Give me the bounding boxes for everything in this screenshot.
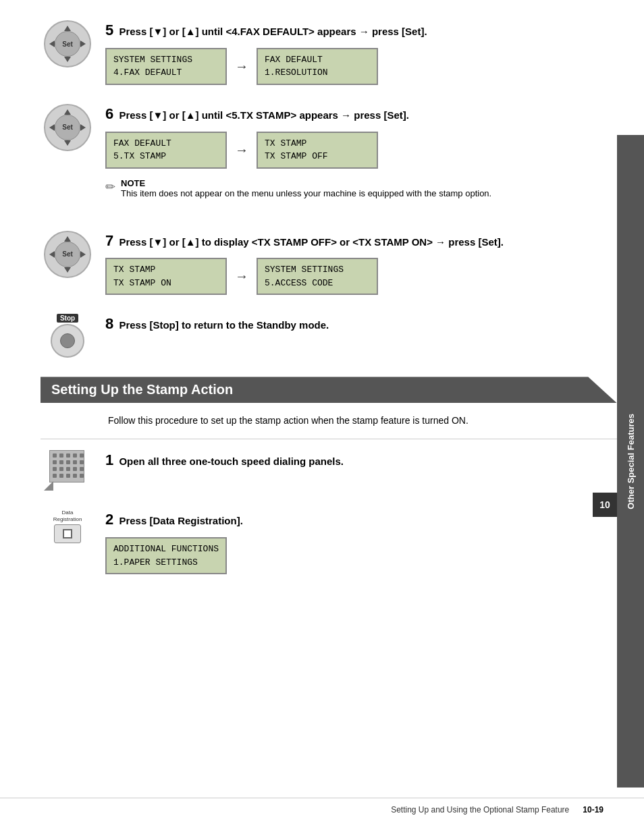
step-6-icon: Set: [41, 104, 95, 151]
panel-dot: [59, 467, 63, 471]
footer-text: Setting Up and Using the Optional Stamp …: [391, 805, 569, 815]
step-8-icon: Stop: [41, 314, 95, 358]
step-7-arrow: →: [235, 269, 248, 284]
panel-dot: [59, 453, 63, 458]
section-step-2-icon: DataRegistration: [41, 509, 95, 543]
section-step-2-content: 2 Press [Data Registration]. ADDITIONAL …: [105, 509, 617, 574]
section-step-2-instruction: Press [Data Registration].: [119, 515, 242, 526]
panel-dot: [59, 460, 63, 464]
step-8-number: 8: [105, 315, 113, 332]
panel-dot: [66, 453, 70, 458]
panel-dot: [80, 453, 84, 458]
stop-button-wrap: Stop: [44, 314, 91, 358]
note-box: ✏ NOTE This item does not appear on the …: [105, 178, 617, 198]
data-reg-square: [63, 529, 72, 539]
step-6-arrow: →: [235, 142, 248, 158]
divider: [41, 439, 617, 439]
sidebar-label: Other Special Features: [626, 414, 636, 509]
set-button-5: Set: [44, 20, 91, 67]
stop-button-circle: [51, 324, 84, 358]
set-label-5: Set: [55, 31, 80, 57]
tab-10: 10: [593, 493, 617, 517]
step-5-lcd-right-l2: 1.RESOLUTION: [265, 66, 370, 80]
step-5-lcd-right: FAX DEFAULT 1.RESOLUTION: [257, 48, 378, 85]
step-7-lcd: TX STAMP TX STAMP ON → SYSTEM SETTINGS 5…: [105, 258, 617, 295]
panel-dot: [73, 467, 77, 471]
sidebar: Other Special Features: [617, 135, 644, 788]
panel-arrow-icon: [44, 481, 53, 491]
step-5-lcd: SYSTEM SETTINGS 4.FAX DEFAULT → FAX DEFA…: [105, 48, 617, 85]
step-8-content: 8 Press [Stop] to return to the Standby …: [105, 314, 617, 341]
panel-dot: [73, 460, 77, 464]
step-6-instruction: Press [▼] or [▲] until <5.TX STAMP> appe…: [119, 109, 409, 121]
step-7-icon: Set: [41, 231, 95, 278]
section-step-2-lcd: ADDITIONAL FUNCTIONS 1.PAPER SETTINGS: [105, 537, 617, 574]
panel-dot: [53, 474, 57, 478]
set-button-7: Set: [44, 231, 91, 278]
section-step-1-row: 1 Open all three one-touch speed dialing…: [41, 450, 617, 491]
step-5-lcd-left: SYSTEM SETTINGS 4.FAX DEFAULT: [105, 48, 227, 85]
open-panels-icon: [44, 450, 91, 491]
panel-dot: [59, 474, 63, 478]
step-5-content: 5 Press [▼] or [▲] until <4.FAX DEFAULT>…: [105, 20, 617, 85]
step-5-number: 5: [105, 22, 113, 38]
step-5-lcd-left-l2: 4.FAX DEFAULT: [113, 66, 219, 80]
step-6-lcd-left: FAX DEFAULT 5.TX STAMP: [105, 132, 227, 169]
step-7-instruction: Press [▼] or [▲] to display <TX STAMP OF…: [119, 236, 504, 248]
step-7-content: 7 Press [▼] or [▲] to display <TX STAMP …: [105, 231, 617, 296]
panel-dots: [50, 451, 84, 482]
section-step-2-text: 2 Press [Data Registration].: [105, 509, 617, 530]
step-5-instruction: Press [▼] or [▲] until <4.FAX DEFAULT> a…: [119, 26, 427, 37]
panel-dot: [53, 453, 57, 458]
step-7-row: Set 7 Press [▼] or [▲] to display <TX ST…: [41, 231, 617, 296]
note-label: NOTE: [121, 178, 491, 188]
data-reg-label: DataRegistration: [53, 509, 82, 522]
note-content: NOTE This item does not appear on the me…: [121, 178, 491, 198]
step-5-row: Set 5 Press [▼] or [▲] until <4.FAX DEFA…: [41, 20, 617, 85]
step-7-lcd-right-l2: 5.ACCESS CODE: [265, 277, 370, 290]
data-reg-wrap: DataRegistration: [44, 509, 91, 543]
step-6-number: 6: [105, 105, 113, 122]
step-6-lcd-left-l1: FAX DEFAULT: [113, 137, 219, 150]
note-icon: ✏: [105, 180, 115, 194]
step-7-lcd-left: TX STAMP TX STAMP ON: [105, 258, 227, 295]
panel-dot: [80, 467, 84, 471]
step-6-row: Set 6 Press [▼] or [▲] until <5.TX STAMP…: [41, 104, 617, 212]
step-6-lcd-right: TX STAMP TX STAMP OFF: [257, 132, 378, 169]
step-5-text: 5 Press [▼] or [▲] until <4.FAX DEFAULT>…: [105, 20, 617, 41]
step-6-lcd-right-l2: TX STAMP OFF: [265, 150, 370, 163]
footer: Setting Up and Using the Optional Stamp …: [0, 798, 644, 815]
section-step-2-lcd-l1: ADDITIONAL FUNCTIONS: [113, 543, 219, 556]
section-step-2-number: 2: [105, 511, 113, 528]
section-step-2-row: DataRegistration 2 Press [Data Registrat…: [41, 509, 617, 574]
step-6-lcd-left-l2: 5.TX STAMP: [113, 150, 219, 163]
section-step-1-text: 1 Open all three one-touch speed dialing…: [105, 450, 617, 471]
section-title: Setting Up the Stamp Action: [51, 382, 233, 397]
section-step-1-instruction: Open all three one-touch speed dialing p…: [119, 456, 344, 467]
step-6-lcd-right-l1: TX STAMP: [265, 137, 370, 150]
stop-inner: [60, 333, 75, 348]
set-label-6: Set: [55, 115, 80, 140]
footer-page: 10-19: [583, 805, 603, 815]
panel-dot: [53, 460, 57, 464]
panel-dot: [73, 453, 77, 458]
note-text: This item does not appear on the menu un…: [121, 188, 491, 198]
section-header: Setting Up the Stamp Action: [41, 377, 617, 403]
step-5-arrow: →: [235, 59, 248, 74]
panel-dot: [66, 467, 70, 471]
step-7-lcd-left-l2: TX STAMP ON: [113, 277, 219, 290]
page: Set 5 Press [▼] or [▲] until <4.FAX DEFA…: [0, 0, 644, 828]
step-7-lcd-right: SYSTEM SETTINGS 5.ACCESS CODE: [257, 258, 378, 295]
set-label-7: Set: [55, 242, 80, 267]
panel-dot: [73, 474, 77, 478]
step-5-lcd-left-l1: SYSTEM SETTINGS: [113, 53, 219, 67]
step-5-lcd-right-l1: FAX DEFAULT: [265, 53, 370, 67]
step-7-text: 7 Press [▼] or [▲] to display <TX STAMP …: [105, 231, 617, 252]
set-button-6: Set: [44, 104, 91, 151]
section-desc: Follow this procedure to set up the stam…: [108, 414, 617, 428]
section-step-1-content: 1 Open all three one-touch speed dialing…: [105, 450, 617, 478]
step-6-content: 6 Press [▼] or [▲] until <5.TX STAMP> ap…: [105, 104, 617, 212]
step-7-number: 7: [105, 232, 113, 249]
stop-label: Stop: [57, 314, 78, 323]
tab-number: 10: [599, 499, 610, 510]
